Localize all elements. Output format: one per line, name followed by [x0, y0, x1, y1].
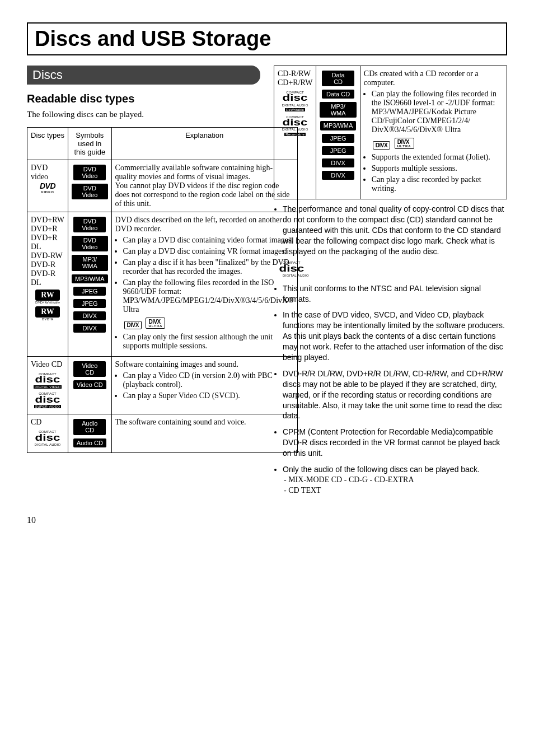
explanation-intro: CDs created with a CD recorder or a comp… [364, 69, 503, 87]
badge-divx: DIVX [322, 158, 354, 167]
divx-logo-icon: DIVX [124, 321, 142, 329]
disc-type-label: Video CD [31, 360, 62, 368]
compact-disc-logo-icon: COMPACT disc DIGITAL AUDIO [31, 429, 64, 446]
disc-type-label: DVD-R DL [31, 269, 64, 287]
disc-type-label: DVD+R DL [31, 234, 64, 251]
section-discs-heading: Discs [27, 66, 260, 85]
compact-disc-logo-icon: COMPACT disc DIGITAL AUDIO [283, 260, 507, 277]
dvd-logo-icon: DVD VIDEO [31, 181, 64, 194]
badge-mp3-wma-alt: MP3/WMA [72, 274, 108, 283]
badge-dvd-video-alt: DVD Video [72, 184, 108, 199]
disc-type-label: CD-R/RW [278, 69, 312, 78]
badge-mp3-wma: MP3/ WMA [72, 255, 108, 270]
table-header-types: Disc types [27, 128, 68, 160]
explanation-intro: DVD discs described on the left, recorde… [115, 216, 294, 234]
list-item: Only the audio of the following discs ca… [283, 464, 507, 496]
readable-disc-types-lead: The following discs can be played. [27, 110, 260, 119]
explanation-intro: Software containing images and sound. [115, 360, 294, 369]
readable-disc-types-heading: Readable disc types [27, 92, 260, 105]
list-item: The performance and tonal quality of cop… [283, 204, 507, 278]
compact-disc-logo-icon: COMPACT disc DIGITAL VIDEO [31, 371, 64, 389]
table-row: DVD+RW DVD+R DVD+R DL DVD-RW DVD-R DVD-R… [27, 212, 298, 357]
list-item: Can play the following files recorded in… [372, 90, 503, 134]
badge-mp3-wma-alt: MP3/WMA [320, 121, 357, 130]
page-title-box: Discs and USB Storage [27, 22, 507, 55]
divx-logo-icon: DIVX [373, 141, 390, 150]
badge-mp3-wma: MP3/ WMA [320, 102, 356, 118]
table-header-explanation: Explanation [111, 128, 297, 160]
rw-logo-icon: RW [35, 306, 60, 318]
badge-divx-alt: DIVX [73, 324, 106, 333]
badge-jpeg: JPEG [322, 134, 354, 143]
disc-type-label: DVD-RW [31, 251, 64, 260]
badge-audio-cd-alt: Audio CD [73, 438, 106, 447]
disc-type-label: CD+R/RW [278, 78, 312, 87]
audio-only-line-1: - MIX-MODE CD - CD-G - CD-EXTRA [284, 475, 507, 486]
list-item: Can play a Video CD (in version 2.0) wit… [123, 371, 294, 389]
table-row: Video CD COMPACT disc DIGITAL VIDEO COMP… [27, 357, 298, 414]
list-item: In the case of DVD video, SVCD, and Vide… [283, 310, 507, 362]
compact-disc-logo-icon: COMPACT disc DIGITAL AUDIO ReWritable [278, 90, 312, 112]
table-row: CD-R/RW CD+R/RW COMPACT disc DIGITAL AUD… [274, 66, 507, 199]
compact-disc-logo-icon: COMPACT disc DIGITAL AUDIO Recordable [278, 114, 312, 137]
explanation-text: The software containing sound and voice. [111, 414, 297, 452]
list-item: Can play the following files recorded in… [123, 278, 294, 314]
badge-jpeg-alt: JPEG [322, 146, 354, 155]
list-item: DVD-R/R DL/RW, DVD+R/R DL/RW, CD-R/RW, a… [283, 368, 507, 421]
list-item: Can play only the first session although… [123, 333, 294, 351]
rw-logo-icon: RW [35, 290, 60, 301]
disc-type-label: DVD+R [31, 225, 64, 234]
notes-list: The performance and tonal quality of cop… [274, 204, 507, 496]
disc-type-label: DVD-R [31, 260, 64, 269]
list-item: Can play a disc recorded by packet writi… [372, 175, 503, 193]
divx-ultra-logo-icon: DIVX ULTRA [146, 318, 165, 329]
badge-data-cd-alt: Data CD [322, 90, 354, 99]
right-column: CD-R/RW CD+R/RW COMPACT disc DIGITAL AUD… [274, 66, 507, 502]
badge-video-cd: Video CD [73, 361, 106, 377]
table-row: DVD video DVD VIDEO DVD Video DVD Video … [27, 160, 298, 212]
divx-ultra-logo-icon: DIVX ULTRA [395, 138, 414, 149]
list-item: Can play a DVD disc containing VR format… [123, 247, 294, 256]
badge-data-cd: Data CD [322, 71, 354, 86]
list-item: Can play a DVD disc containing video for… [123, 236, 294, 245]
table-row: CD COMPACT disc DIGITAL AUDIO Audio CD A… [27, 414, 298, 452]
left-column: Discs Readable disc types The following … [27, 66, 260, 502]
list-item: Supports the extended format (Joliet). [372, 153, 503, 162]
page-title: Discs and USB Storage [35, 27, 499, 51]
disc-type-label: DVD+RW [31, 216, 64, 225]
list-item: Can play a Super Video CD (SVCD). [123, 391, 294, 400]
page-number: 10 [27, 515, 507, 525]
badge-dvd-video-alt: DVD Video [72, 236, 108, 251]
badge-jpeg: JPEG [73, 287, 106, 296]
disc-type-label: DVD video [31, 164, 48, 181]
table-header-symbols: Symbols used in this guide [68, 128, 112, 160]
badge-divx: DIVX [73, 311, 106, 320]
list-item: This unit conforms to the NTSC and PAL t… [283, 283, 507, 305]
badge-audio-cd: Audio CD [73, 419, 106, 435]
list-item: Supports multiple sessions. [372, 164, 503, 173]
explanation-text: Commercially available software containi… [111, 160, 297, 212]
badge-divx-alt: DIVX [322, 171, 354, 180]
disc-type-label: CD [31, 418, 41, 426]
disc-types-table: Disc types Symbols used in this guide Ex… [27, 127, 298, 453]
list-item: Can play a disc if it has been "finalize… [123, 258, 294, 276]
badge-dvd-video: DVD Video [73, 165, 106, 180]
audio-only-line-2: - CD TEXT [284, 486, 507, 496]
disc-types-table-continued: CD-R/RW CD+R/RW COMPACT disc DIGITAL AUD… [274, 66, 507, 199]
badge-video-cd-alt: Video CD [73, 380, 106, 389]
badge-jpeg-alt: JPEG [73, 299, 106, 308]
badge-dvd-video: DVD Video [73, 217, 106, 232]
compact-disc-logo-icon: COMPACT disc SUPER VIDEO [31, 391, 64, 408]
list-item: CPRM (Content Protection for Recordable … [283, 427, 507, 459]
